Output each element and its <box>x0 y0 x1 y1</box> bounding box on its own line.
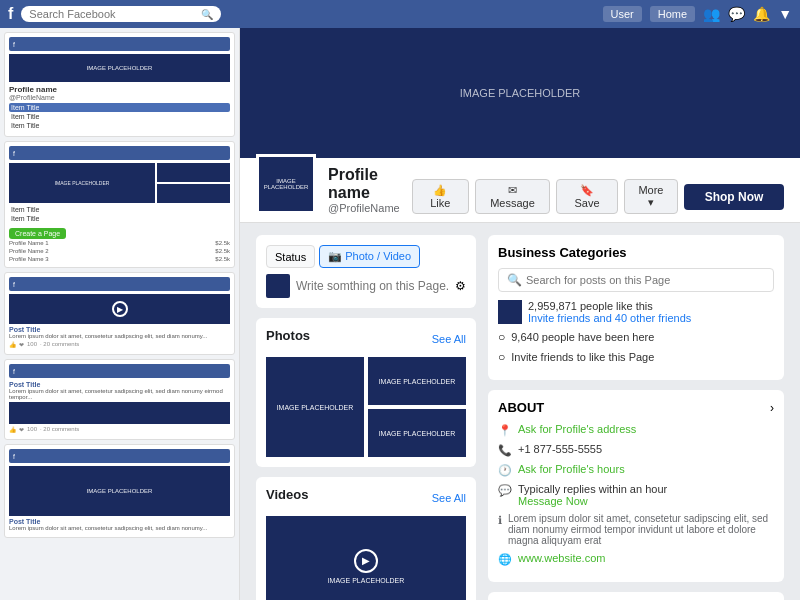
photo-col: IMAGE PLACEHOLDER IMAGE PLACEHOLDER <box>368 357 466 457</box>
mockup-reactions-1: 👍❤100· 20 comments <box>9 341 230 348</box>
stat-row-1: 2,959,871 people like this Invite friend… <box>498 300 774 324</box>
shop-now-button[interactable]: Shop Now <box>684 184 784 210</box>
about-chevron[interactable]: › <box>770 401 774 415</box>
stat-icon-3: ○ <box>498 350 505 364</box>
stat-text-3: Invite friends to like this Page <box>511 351 654 363</box>
mockup-list-item-2: Item Title <box>9 112 230 121</box>
mockup-list-item-active: Item Title <box>9 103 230 112</box>
about-hours-link[interactable]: Ask for Profile's hours <box>518 463 625 475</box>
status-tab-label: Status <box>275 251 306 263</box>
search-icon: 🔍 <box>201 9 213 20</box>
message-button[interactable]: ✉ Message <box>475 179 550 214</box>
main-content: IMAGE PLACEHOLDER IMAGE PLACEHOLDER Prof… <box>240 28 800 600</box>
profile-info: Profile name @ProfileName <box>328 166 400 214</box>
status-input-row: ⚙ <box>266 274 466 298</box>
mockup-header-2: f <box>9 146 230 160</box>
photo-small-1: IMAGE PLACEHOLDER <box>368 357 466 405</box>
photo-sm-placeholder-2: IMAGE PLACEHOLDER <box>379 430 456 437</box>
photo-sm-placeholder-1: IMAGE PLACEHOLDER <box>379 378 456 385</box>
about-row-desc: ℹ Lorem ipsum dolor sit amet, consetetur… <box>498 513 774 546</box>
mockup-logo-4: f <box>13 368 15 375</box>
mockup-video-1: ▶ <box>9 294 230 324</box>
mockup-create-btn[interactable]: Create a Page <box>9 228 66 239</box>
stat-text-1: 2,959,871 people like this <box>528 300 691 312</box>
chat-small-icon: 💬 <box>498 484 512 497</box>
bc-search-input[interactable] <box>526 274 765 286</box>
profile-header: IMAGE PLACEHOLDER Profile name @ProfileN… <box>240 158 800 223</box>
mockup-header-1: f <box>9 37 230 51</box>
about-address-link[interactable]: Ask for Profile's address <box>518 423 636 435</box>
mockup-logo-5: f <box>13 453 15 460</box>
home-button[interactable]: Home <box>650 6 695 22</box>
top-navigation: f 🔍 User Home 👥 💬 🔔 ▼ <box>0 0 800 28</box>
mockup-post-1: Post Title Lorem ipsum dolor sit amet, c… <box>9 326 230 339</box>
about-row-hours: 🕐 Ask for Profile's hours <box>498 463 774 477</box>
cover-section: IMAGE PLACEHOLDER <box>240 28 800 158</box>
mockup-item-2a: Item Title <box>9 205 230 214</box>
right-column: Business Categories 🔍 2,959,871 people l… <box>488 235 784 600</box>
like-button[interactable]: 👍 Like <box>412 179 469 214</box>
mockup-header-3: f <box>9 277 230 291</box>
photos-see-all[interactable]: See All <box>432 333 466 345</box>
mockup-item-3[interactable]: f ▶ Post Title Lorem ipsum dolor sit ame… <box>4 272 235 355</box>
message-now-link[interactable]: Message Now <box>518 495 667 507</box>
search-input[interactable] <box>29 8 201 20</box>
mockup-logo-1: f <box>13 41 15 48</box>
photos-grid: IMAGE PLACEHOLDER IMAGE PLACEHOLDER IMAG… <box>266 357 466 457</box>
chat-icon: 💬 <box>728 6 745 22</box>
stat-row-3: ○ Invite friends to like this Page <box>498 350 774 364</box>
mockup-item-1[interactable]: f IMAGE PLACEHOLDER Profile name @Profil… <box>4 32 235 137</box>
phone-icon: 📞 <box>498 444 512 457</box>
mockup-photo-sm-2 <box>157 184 230 203</box>
status-avatar <box>266 274 290 298</box>
stat-icon-2: ○ <box>498 330 505 344</box>
video-area: ▶ IMAGE PLACEHOLDER <box>266 516 466 600</box>
stat-text-2: 9,640 people have been here <box>511 331 654 343</box>
mockup-header-5: f <box>9 449 230 463</box>
video-placeholder: IMAGE PLACEHOLDER <box>328 577 405 584</box>
about-section: ABOUT › 📍 Ask for Profile's address 📞 +1… <box>488 390 784 582</box>
mockup-item-2[interactable]: f IMAGE PLACEHOLDER Item Title Item Titl… <box>4 141 235 268</box>
mockup-list-2: Item Title Item Title <box>9 205 230 223</box>
about-row-phone: 📞 +1 877-555-5555 <box>498 443 774 457</box>
photo-video-label: 📷 Photo / Video <box>328 250 411 263</box>
mockup-item-4[interactable]: f Post Title Lorem ipsum dolor sit amet,… <box>4 359 235 440</box>
mockup-header-4: f <box>9 364 230 378</box>
mockup-item-5[interactable]: f IMAGE PLACEHOLDER Post Title Lorem ips… <box>4 444 235 538</box>
location-icon: 📍 <box>498 424 512 437</box>
bell-icon: 🔔 <box>753 6 770 22</box>
user-button[interactable]: User <box>603 6 642 22</box>
mockup-sidebar[interactable]: f IMAGE PLACEHOLDER Profile name @Profil… <box>0 28 240 600</box>
bc-title: Business Categories <box>498 245 774 260</box>
save-button[interactable]: 🔖 Save <box>556 179 618 214</box>
main-wrapper: f IMAGE PLACEHOLDER Profile name @Profil… <box>0 28 800 600</box>
play-button[interactable]: ▶ <box>354 549 378 573</box>
clock-icon: 🕐 <box>498 464 512 477</box>
dropdown-icon[interactable]: ▼ <box>778 6 792 22</box>
settings-icon[interactable]: ⚙ <box>455 279 466 293</box>
profile-actions: 👍 Like ✉ Message 🔖 Save More ▾ Shop Now <box>412 179 784 214</box>
stat-link-1[interactable]: Invite friends and 40 other friends <box>528 312 691 324</box>
photo-main-placeholder: IMAGE PLACEHOLDER <box>277 404 354 411</box>
bc-search[interactable]: 🔍 <box>498 268 774 292</box>
mockup-photo-sm-1 <box>157 163 230 182</box>
about-phone: +1 877-555-5555 <box>518 443 602 455</box>
about-description: Lorem ipsum dolor sit amet, consetetur s… <box>508 513 774 546</box>
photo-video-tab[interactable]: 📷 Photo / Video <box>319 245 420 268</box>
videos-see-all[interactable]: See All <box>432 492 466 504</box>
status-input[interactable] <box>296 275 449 297</box>
mockup-cover-1: IMAGE PLACEHOLDER <box>9 54 230 82</box>
videos-title: Videos <box>266 487 308 502</box>
friends-icon: 👥 <box>703 6 720 22</box>
search-bar[interactable]: 🔍 <box>21 6 221 22</box>
photo-main: IMAGE PLACEHOLDER <box>266 357 364 457</box>
about-website[interactable]: www.website.com <box>518 552 605 564</box>
more-button[interactable]: More ▾ <box>624 179 678 214</box>
status-tab[interactable]: Status <box>266 245 315 268</box>
cover-placeholder: IMAGE PLACEHOLDER <box>460 87 580 99</box>
about-reply-text: Typically replies within an hour <box>518 483 667 495</box>
about-row-website: 🌐 www.website.com <box>498 552 774 566</box>
videos-header: Videos See All <box>266 487 466 508</box>
mockup-reactions-2: 👍❤100· 20 comments <box>9 426 230 433</box>
status-section: Status 📷 Photo / Video ⚙ <box>256 235 476 308</box>
